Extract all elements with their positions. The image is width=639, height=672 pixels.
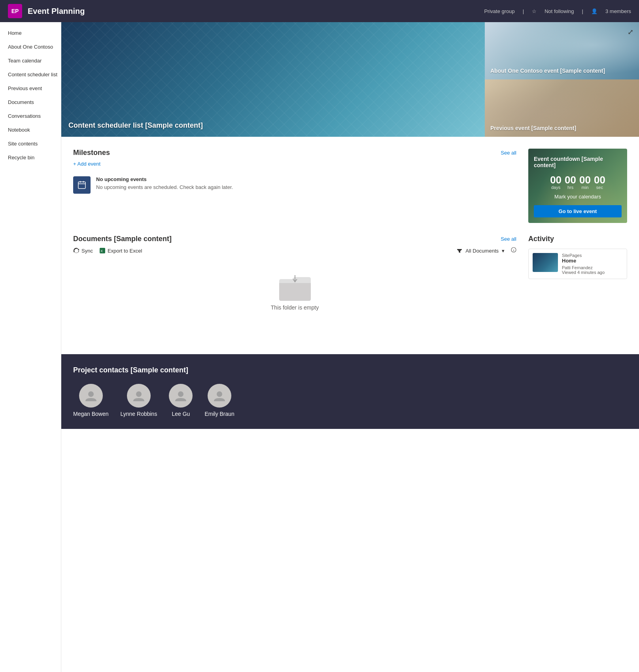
contact-item-1[interactable]: Lynne Robbins	[121, 384, 157, 417]
contact-avatar-0	[79, 384, 103, 408]
activity-name: Home	[562, 258, 623, 264]
countdown-min: 00 min	[579, 175, 591, 190]
sync-icon	[73, 247, 79, 254]
activity-info: SitePages Home Patti Fernandez Viewed 4 …	[562, 253, 623, 275]
sidebar-item-documents[interactable]: Documents	[0, 95, 61, 109]
activity-meta: Patti Fernandez Viewed 4 minutes ago	[562, 265, 623, 275]
hero-right-panel: About One Contoso event [Sample content]…	[485, 22, 639, 137]
svg-point-9	[136, 391, 142, 397]
calendar-icon	[77, 180, 87, 190]
hero-bottom-right-panel[interactable]: Previous event [Sample content]	[485, 79, 639, 137]
no-events-title: No upcoming events	[96, 176, 233, 182]
contact-name-3: Emily Braun	[204, 411, 234, 417]
countdown-hrs-label: hrs	[565, 185, 576, 190]
sync-button[interactable]: Sync	[73, 247, 93, 254]
svg-point-8	[88, 391, 94, 397]
no-events-description: No upcoming events are scheduled. Check …	[96, 184, 233, 191]
contact-avatar-2	[169, 384, 193, 408]
activity-time: Viewed 4 minutes ago	[562, 270, 605, 275]
contact-name-1: Lynne Robbins	[121, 411, 157, 417]
export-label: Export to Excel	[108, 248, 142, 254]
sidebar-item-notebook[interactable]: Notebook	[0, 123, 61, 137]
documents-title: Documents [Sample content]	[73, 235, 172, 243]
add-event-button[interactable]: + Add event	[73, 161, 516, 167]
activity-title: Activity	[528, 235, 627, 243]
hero-top-right-caption: About One Contoso event [Sample content]	[490, 68, 605, 74]
sidebar: Home About One Contoso Team calendar Con…	[0, 22, 61, 672]
svg-text:X: X	[100, 249, 103, 253]
milestones-title: Milestones	[73, 149, 110, 157]
members-icon: 👤	[591, 8, 597, 14]
sidebar-item-previous-event[interactable]: Previous event	[0, 81, 61, 95]
top-navigation: EP Event Planning Private group | ☆ Not …	[0, 0, 639, 22]
contact-avatar-1	[127, 384, 151, 408]
filter-dropdown[interactable]: All Documents ▾	[457, 248, 505, 254]
countdown-mark-calendars: Mark your calendars	[534, 194, 622, 200]
folder-icon	[277, 273, 313, 303]
star-icon: ☆	[532, 8, 537, 14]
filter-chevron-icon: ▾	[502, 248, 505, 254]
contacts-footer: Project contacts [Sample content] Megan …	[61, 354, 639, 429]
sidebar-item-recycle-bin[interactable]: Recycle bin	[0, 151, 61, 164]
export-to-excel-button[interactable]: X Export to Excel	[99, 247, 142, 254]
hero-top-right-panel[interactable]: About One Contoso event [Sample content]	[485, 22, 639, 79]
sidebar-item-site-contents[interactable]: Site contents	[0, 137, 61, 151]
no-events-text: No upcoming events No upcoming events ar…	[96, 176, 233, 191]
contact-name-2: Lee Gu	[172, 411, 190, 417]
countdown-hrs-value: 00	[565, 175, 576, 185]
contact-item-3[interactable]: Emily Braun	[204, 384, 234, 417]
documents-header: Documents [Sample content] See all	[73, 235, 516, 243]
go-live-button[interactable]: Go to live event	[534, 205, 622, 217]
no-events-box: No upcoming events No upcoming events ar…	[73, 172, 516, 198]
hero-left-image: Content scheduler list [Sample content]	[61, 22, 485, 137]
countdown-numbers: 00 days 00 hrs 00 min	[534, 175, 622, 190]
hero-left-caption: Content scheduler list [Sample content]	[68, 121, 203, 130]
empty-folder-text: This folder is empty	[81, 304, 509, 311]
sidebar-item-content-scheduler[interactable]: Content scheduler list	[0, 68, 61, 81]
contact-item-2[interactable]: Lee Gu	[169, 384, 193, 417]
activity-section: Activity SitePages Home Patti Fernandez …	[528, 235, 627, 327]
countdown-sec-value: 00	[594, 175, 605, 185]
expand-button[interactable]: ⤢	[628, 28, 633, 36]
contact-avatar-3	[208, 384, 231, 408]
svg-text:i: i	[513, 249, 514, 252]
countdown-days-value: 00	[550, 175, 561, 185]
documents-section: Documents [Sample content] See all Sync	[73, 235, 516, 327]
sync-label: Sync	[81, 248, 93, 254]
content-area: Milestones See all + Add event	[61, 137, 639, 338]
hero-left-panel[interactable]: Content scheduler list [Sample content]	[61, 22, 485, 137]
main-content: ⤢ Content scheduler list [Sample content…	[61, 22, 639, 672]
info-button[interactable]: i	[511, 247, 516, 254]
activity-category: SitePages	[562, 253, 623, 258]
main-layout: Home About One Contoso Team calendar Con…	[0, 22, 639, 672]
sidebar-item-home[interactable]: Home	[0, 26, 61, 40]
activity-user: Patti Fernandez	[562, 265, 593, 270]
countdown-min-value: 00	[579, 175, 591, 185]
documents-see-all[interactable]: See all	[501, 236, 516, 242]
sidebar-item-team-calendar[interactable]: Team calendar	[0, 54, 61, 68]
countdown-sec-label: sec	[594, 185, 605, 190]
activity-thumbnail	[533, 253, 558, 272]
private-group-label: Private group	[484, 8, 514, 14]
members-label[interactable]: 3 members	[605, 8, 631, 14]
countdown-hrs: 00 hrs	[565, 175, 576, 190]
sidebar-item-conversations[interactable]: Conversations	[0, 109, 61, 123]
separator2: |	[582, 8, 583, 14]
contact-item-0[interactable]: Megan Bowen	[73, 384, 109, 417]
page-title: Event Planning	[28, 7, 484, 16]
info-icon: i	[511, 247, 516, 253]
calendar-icon-box	[73, 176, 91, 194]
separator: |	[523, 8, 524, 14]
hero-section: Content scheduler list [Sample content] …	[61, 22, 639, 137]
activity-card[interactable]: SitePages Home Patti Fernandez Viewed 4 …	[528, 249, 627, 279]
milestones-row: Milestones See all + Add event	[73, 149, 627, 223]
filter-label: All Documents	[465, 248, 499, 254]
not-following-label[interactable]: Not following	[544, 8, 574, 14]
milestones-see-all[interactable]: See all	[501, 150, 516, 156]
countdown-card: Event countdown [Sample content] 00 days…	[528, 149, 627, 223]
contacts-row: Megan Bowen Lynne Robbins Lee Gu	[73, 384, 627, 417]
sidebar-item-about[interactable]: About One Contoso	[0, 40, 61, 54]
svg-point-10	[178, 391, 183, 397]
contacts-title: Project contacts [Sample content]	[73, 366, 627, 374]
countdown-sec: 00 sec	[594, 175, 605, 190]
